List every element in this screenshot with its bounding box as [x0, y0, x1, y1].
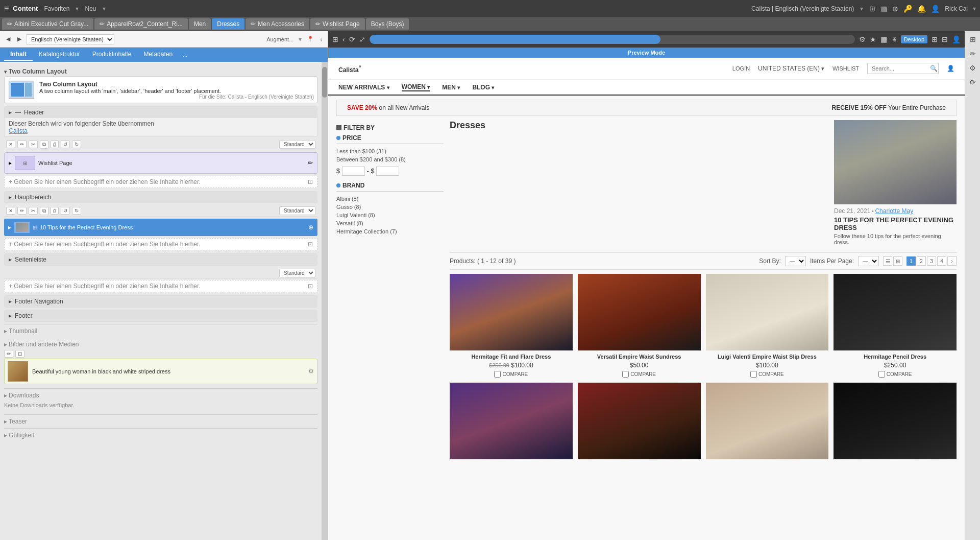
- selected-expand-icon[interactable]: ⊕: [308, 224, 313, 231]
- hb-paste-btn[interactable]: ⎙: [51, 207, 59, 215]
- nav-forward[interactable]: ▶: [15, 35, 23, 43]
- product-image-5[interactable]: [450, 383, 573, 459]
- sub-tab-produktinhalte[interactable]: Produktinhalte: [86, 49, 138, 61]
- product-image-2[interactable]: [578, 274, 701, 350]
- right-settings-icon[interactable]: ⚙: [969, 64, 976, 72]
- filter-price-item-2[interactable]: Between $200 and $300 (8): [336, 155, 444, 163]
- media-edit-btn[interactable]: ✏: [4, 350, 13, 358]
- hb-delete-btn[interactable]: ✕: [6, 207, 15, 215]
- filter-brand-item-1[interactable]: Albini (8): [336, 195, 444, 203]
- price-min-input[interactable]: [342, 167, 365, 176]
- standard-select[interactable]: Standard: [279, 140, 315, 149]
- cut-btn[interactable]: ✂: [29, 140, 38, 148]
- page-next[interactable]: ›: [947, 256, 957, 266]
- product-image-6[interactable]: [578, 383, 701, 459]
- left-scrollbar[interactable]: [322, 62, 328, 540]
- price-max-input[interactable]: [376, 167, 399, 176]
- hamburger-icon[interactable]: ≡: [4, 4, 9, 13]
- preview-user-icon[interactable]: 👤: [952, 35, 961, 43]
- site-search[interactable]: 🔍: [867, 63, 939, 74]
- add-content-row-2[interactable]: + Geben Sie hier einen Suchbegriff ein o…: [4, 238, 317, 250]
- compare-checkbox-4[interactable]: [878, 371, 885, 378]
- filter-brand-item-4[interactable]: Versatil (8): [336, 219, 444, 227]
- compare-checkbox-3[interactable]: [750, 371, 757, 378]
- search-input[interactable]: [872, 65, 928, 72]
- calista-link[interactable]: Calista: [9, 127, 28, 134]
- hb-cut-btn[interactable]: ✂: [29, 207, 38, 215]
- right-refresh-icon[interactable]: ⟳: [970, 78, 976, 86]
- copy-btn[interactable]: ⧉: [40, 140, 48, 149]
- blog-author[interactable]: Charlotte May: [875, 207, 913, 215]
- expand-icon[interactable]: ▸: [4, 392, 7, 399]
- media-action-icon[interactable]: ⚙: [308, 368, 314, 375]
- location-icon[interactable]: 📍: [305, 35, 316, 43]
- expand-icon[interactable]: ⊞: [332, 35, 338, 43]
- undo-btn[interactable]: ↺: [61, 140, 70, 148]
- redo-btn[interactable]: ↻: [72, 140, 81, 148]
- collapse-left[interactable]: ‹: [319, 34, 324, 44]
- tab-albini[interactable]: ✏ Albini Executive Cut Gray...: [2, 18, 93, 30]
- product-image-4[interactable]: [834, 274, 957, 350]
- page-2[interactable]: 2: [917, 256, 926, 266]
- grid-icon[interactable]: ▦: [880, 35, 887, 43]
- hb-undo-btn[interactable]: ↺: [61, 207, 70, 215]
- add-content-row-3[interactable]: + Geben Sie hier einen Suchbegriff ein o…: [4, 280, 317, 292]
- filter-brand-item-2[interactable]: Gusso (8): [336, 203, 444, 211]
- items-per-page-select[interactable]: —: [858, 256, 879, 266]
- refresh-icon[interactable]: ⟳: [349, 35, 355, 43]
- expand-icon[interactable]: ▸: [4, 327, 7, 335]
- wishlist-edit-icon[interactable]: ✏: [308, 159, 313, 167]
- augment-btn[interactable]: Augment...: [264, 35, 296, 43]
- hb-edit-btn[interactable]: ✏: [17, 207, 27, 215]
- nav-women[interactable]: WOMEN ▾: [402, 83, 430, 91]
- hb-redo-btn[interactable]: ↻: [72, 207, 81, 215]
- delete-btn[interactable]: ✕: [6, 140, 15, 148]
- url-bar[interactable]: [370, 35, 855, 44]
- country-link[interactable]: UNITED STATES (EN) ▾: [758, 65, 824, 72]
- nav-men[interactable]: MEN ▾: [442, 84, 460, 91]
- expand-icon[interactable]: ▸: [4, 418, 7, 425]
- filter-brand-item-5[interactable]: Hermitage Collection (7): [336, 227, 444, 236]
- sub-tab-inhalt[interactable]: Inhalt: [4, 49, 33, 61]
- tab-men[interactable]: Men: [189, 18, 211, 30]
- tab-wishlist[interactable]: ✏ Wishlist Page: [310, 18, 365, 30]
- filter-brand-item-3[interactable]: Luigi Valenti (8): [336, 211, 444, 219]
- expand-selected-icon[interactable]: ▸: [8, 224, 11, 231]
- page-1[interactable]: 1: [906, 256, 916, 266]
- login-link[interactable]: LOGIN: [732, 65, 750, 72]
- expand-wishlist-icon[interactable]: ▸: [9, 159, 12, 167]
- product-image-7[interactable]: [706, 383, 829, 459]
- paste-btn[interactable]: ⎙: [51, 140, 59, 148]
- right-expand-icon[interactable]: ⊞: [970, 35, 976, 43]
- chart-icon[interactable]: ▦: [880, 5, 887, 13]
- product-image-8[interactable]: [834, 383, 957, 459]
- share-icon[interactable]: ⤢: [359, 35, 365, 43]
- nav-back[interactable]: ◀: [4, 35, 12, 43]
- sort-select[interactable]: —: [785, 256, 806, 266]
- locale-select[interactable]: Englisch (Vereinigte Staaten): [27, 34, 114, 44]
- preview-expand-icon[interactable]: ⊞: [932, 35, 938, 43]
- media-score-btn[interactable]: ⊡: [15, 350, 24, 358]
- product-image-3[interactable]: [706, 274, 829, 350]
- grid-view-icon[interactable]: ⊞: [893, 256, 902, 266]
- page-4[interactable]: 4: [937, 256, 946, 266]
- sub-tab-metadaten[interactable]: Metadaten: [137, 49, 179, 61]
- broadcast-icon[interactable]: ⊕: [892, 5, 898, 13]
- list-view-icon[interactable]: ☰: [883, 256, 892, 266]
- page-3[interactable]: 3: [927, 256, 936, 266]
- product-image-1[interactable]: [450, 274, 573, 350]
- sub-tab-katalog[interactable]: Katalogstruktur: [33, 49, 86, 61]
- scroll-thumb[interactable]: [322, 67, 327, 98]
- edit-btn[interactable]: ✏: [17, 140, 27, 148]
- compare-checkbox-2[interactable]: [622, 371, 629, 378]
- nav-blog[interactable]: BLOG ▾: [472, 84, 494, 91]
- expand-icon[interactable]: ▸: [4, 432, 7, 439]
- tab-dresses[interactable]: Dresses: [212, 18, 244, 30]
- tab-boys[interactable]: Boys (Boys): [366, 18, 409, 30]
- sub-tab-more[interactable]: ...: [179, 50, 191, 60]
- bell-icon[interactable]: 🔔: [917, 5, 926, 13]
- filter-price-item-1[interactable]: Less than $100 (31): [336, 147, 444, 155]
- expand-icon[interactable]: ▸: [4, 341, 7, 348]
- hb-copy-btn[interactable]: ⧉: [40, 207, 48, 215]
- desktop-btn[interactable]: Desktop: [901, 35, 927, 43]
